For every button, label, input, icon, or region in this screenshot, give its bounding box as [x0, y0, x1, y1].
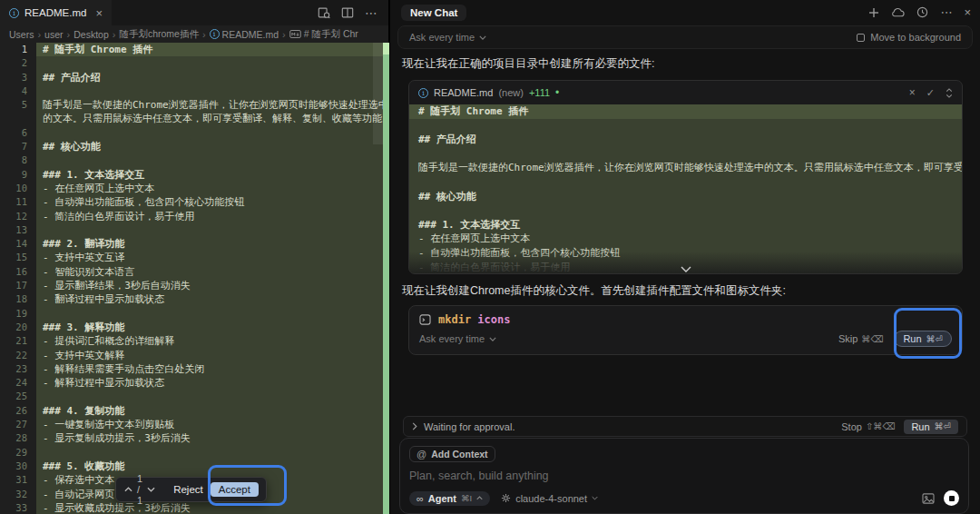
file-card-added-count: +111 [529, 87, 550, 98]
editor-line[interactable]: 16- 智能识别文本语言 [0, 265, 390, 279]
editor-line[interactable]: 2 [0, 56, 390, 70]
diff-line [409, 175, 962, 190]
command-arg: icons [477, 313, 510, 326]
breadcrumb-item[interactable]: user [44, 29, 63, 40]
breadcrumb-item[interactable]: Users [9, 29, 34, 40]
editor-line[interactable]: 30### 5. 收藏功能 [0, 460, 390, 473]
expand-icon[interactable] [946, 88, 953, 98]
chat-input[interactable]: Plan, search, build anything [409, 470, 959, 482]
editor-line[interactable]: 15- 支持中英文互译 [0, 251, 390, 264]
split-editor-icon[interactable] [341, 6, 354, 19]
accept-highlight-box [208, 465, 287, 506]
model-icon [501, 493, 511, 503]
editor-line[interactable]: 21- 提供词汇和概念的详细解释 [0, 334, 390, 348]
editor-line[interactable]: 28- 显示复制成功提示，3秒后消失 [0, 431, 390, 445]
editor-line[interactable]: 7## 核心功能 [0, 140, 390, 153]
diff-counter: 1 / 1 [137, 473, 142, 506]
info-icon: i [418, 88, 428, 98]
editor-line[interactable]: 14### 2. 翻译功能 [0, 237, 390, 251]
image-attach-icon[interactable] [922, 493, 935, 504]
move-to-background-button[interactable]: Move to background [857, 32, 961, 43]
terminal-icon [419, 314, 431, 325]
editor-actions: ⋯ [318, 0, 388, 25]
tab-close-icon[interactable]: × [95, 6, 103, 20]
background-icon [857, 34, 865, 42]
editor-body: 1# 随手划 Chrome 插件23## 产品介绍45随手划是一款便捷的Chro… [0, 43, 390, 514]
diff-nav: 1 / 1 [124, 473, 155, 506]
stop-generation-button[interactable] [944, 490, 959, 506]
editor-line[interactable]: 26### 4. 复制功能 [0, 404, 390, 418]
breadcrumb-item[interactable]: iREADME.md [210, 29, 279, 40]
editor-line[interactable]: 24- 解释过程中显示加载状态 [0, 376, 390, 390]
breadcrumb-item[interactable]: # 随手划 Chr [289, 28, 358, 41]
overview-ruler [383, 43, 389, 514]
skip-button[interactable]: Skip ⌘⌫ [838, 333, 884, 344]
editor-line[interactable]: 17- 显示翻译结果，3秒后自动消失 [0, 279, 390, 292]
composer-footer: ∞ Agent ⌘I claude-4-sonnet [409, 490, 959, 506]
diff-line [409, 203, 962, 218]
editor-line[interactable]: 9### 1. 文本选择交互 [0, 168, 390, 182]
more-actions-icon[interactable]: ⋯ [365, 5, 377, 20]
chat-tab-title[interactable]: New Chat [401, 5, 466, 21]
editor-line[interactable]: 3## 产品介绍 [0, 71, 390, 84]
editor-line[interactable]: 25 [0, 390, 390, 403]
editor-line[interactable]: 12- 简洁的白色界面设计，易于使用 [0, 210, 390, 223]
editor-line[interactable]: 29 [0, 446, 390, 460]
more-icon[interactable]: ⋯ [940, 5, 952, 19]
close-panel-icon[interactable]: × [964, 5, 971, 19]
editor-line[interactable]: 27- 一键复制选中文本到剪贴板 [0, 418, 390, 431]
editor-line[interactable]: 18- 翻译过程中显示加载状态 [0, 292, 390, 306]
editor-line[interactable]: 6 [0, 126, 390, 140]
file-card-diff: # 随手划 Chrome 插件## 产品介绍随手划是一款便捷的Chrome浏览器… [409, 104, 962, 274]
file-card-header[interactable]: i README.md (new) +111 • × ✓ [409, 81, 962, 104]
card-lines: # 随手划 Chrome 插件## 产品介绍随手划是一款便捷的Chrome浏览器… [409, 104, 962, 274]
diff-line [409, 147, 962, 162]
new-chat-icon[interactable] [868, 7, 879, 18]
breadcrumb-separator: › [202, 29, 206, 40]
model-selector-dropdown[interactable]: claude-4-sonnet [501, 493, 598, 504]
reject-file-icon[interactable]: × [909, 86, 916, 99]
cloud-icon[interactable] [891, 7, 905, 17]
accept-file-icon[interactable]: ✓ [926, 87, 935, 99]
breadcrumb-item[interactable]: Desktop [74, 29, 109, 40]
open-preview-icon[interactable] [318, 6, 330, 19]
editor-scrollbar[interactable] [373, 43, 383, 144]
breadcrumb-separator: › [37, 29, 41, 40]
breadcrumb[interactable]: Users›user›Desktop›随手划chrome插件›iREADME.m… [0, 25, 388, 43]
editor-line[interactable]: 8 [0, 153, 390, 167]
agent-mode-dropdown[interactable]: ∞ Agent ⌘I [409, 491, 490, 506]
editor-line[interactable]: 33- 显示收藏成功提示，3秒后消失 [0, 501, 390, 514]
editor-line[interactable]: 10- 在任意网页上选中文本 [0, 182, 390, 195]
diff-line: # 随手划 Chrome 插件 [409, 104, 962, 119]
chevron-down-icon[interactable] [147, 487, 155, 492]
editor-line[interactable]: 5随手划是一款便捷的Chrome浏览器插件，让你在浏览网页时能够快速处理选中 [0, 98, 390, 112]
tab-title: README.md [24, 7, 86, 18]
reject-button[interactable]: Reject [173, 484, 203, 495]
run-approval-button[interactable]: Run ⌘⏎ [904, 420, 958, 434]
run-highlight-box [894, 308, 962, 359]
assistant-message-1: 现在让我在正确的项目目录中创建所有必要的文件: [402, 56, 654, 72]
history-icon[interactable] [916, 6, 928, 18]
ask-every-time-dropdown[interactable]: Ask every time [419, 333, 496, 344]
breadcrumb-item[interactable]: 随手划chrome插件 [119, 28, 199, 41]
diff-line: ## 核心功能 [409, 190, 962, 204]
editor-line[interactable]: 1# 随手划 Chrome 插件 [0, 43, 390, 56]
ask-every-time-dropdown[interactable]: Ask every time [409, 32, 486, 43]
editor-line[interactable]: 19 [0, 307, 390, 321]
terminal-command-card: mkdir icons Ask every time Skip ⌘⌫ Run ⌘… [408, 305, 963, 355]
terminal-card-footer: Ask every time Skip ⌘⌫ Run ⌘⏎ [409, 328, 962, 347]
editor-line[interactable]: 的文本。只需用鼠标选中任意文本，即可享受翻译、解释、复制、收藏等功能。 [0, 112, 390, 125]
editor-line[interactable]: 11- 自动弹出功能面板，包含四个核心功能按钮 [0, 195, 390, 209]
chevron-up-icon[interactable] [124, 487, 132, 492]
editor-line[interactable]: 23- 解释结果需要手动点击空白处关闭 [0, 362, 390, 376]
tab-readme[interactable]: i README.md × [0, 0, 112, 25]
chevron-right-icon[interactable] [412, 422, 417, 430]
editor-line[interactable]: 13 [0, 223, 390, 237]
editor-line[interactable]: 22- 支持中英文解释 [0, 349, 390, 362]
editor-line[interactable]: 4 [0, 84, 390, 98]
unsaved-dot: • [555, 86, 559, 99]
add-context-button[interactable]: @ Add Context [409, 446, 495, 462]
expand-diff-chevron[interactable] [681, 266, 691, 272]
editor-line[interactable]: 20### 3. 解释功能 [0, 321, 390, 334]
stop-button[interactable]: Stop ⇧⌘⌫ [841, 421, 895, 432]
